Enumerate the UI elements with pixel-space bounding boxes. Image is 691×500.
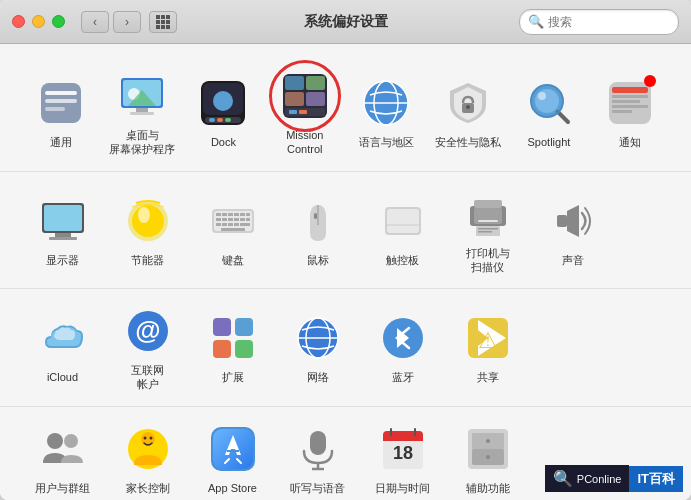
datetime-label: 日期与时间 (375, 481, 430, 495)
desktop-icon-wrapper (114, 68, 170, 124)
svg-rect-2 (166, 15, 170, 19)
network-label: 网络 (307, 370, 329, 384)
titlebar: ‹ › 系统偏好设置 🔍 ✕ (0, 0, 691, 44)
row-internet: iCloud @ 互联网 帐户 (0, 289, 691, 407)
svg-rect-1 (161, 15, 165, 19)
row-system: 通用 桌面与 屏幕保护程序 (0, 54, 691, 172)
svg-rect-97 (235, 340, 253, 358)
svg-rect-11 (45, 99, 77, 103)
sidebar-item-printers[interactable]: 打印机与 扫描仪 (445, 182, 530, 279)
sidebar-item-keyboard[interactable]: 键盘 (190, 189, 275, 271)
svg-point-110 (143, 436, 146, 439)
trackpad-label: 触控板 (386, 253, 419, 267)
sidebar-item-network[interactable]: 网络 (275, 306, 360, 388)
svg-rect-70 (240, 218, 245, 221)
sidebar-item-mouse[interactable]: 鼠标 (275, 189, 360, 271)
sidebar-item-language[interactable]: 语言与地区 (346, 71, 427, 153)
svg-rect-88 (478, 228, 498, 230)
sidebar-item-trackpad[interactable]: 触控板 (360, 189, 445, 271)
svg-rect-23 (209, 118, 215, 122)
svg-rect-18 (130, 112, 154, 115)
svg-rect-95 (235, 318, 253, 336)
spotlight-icon-wrapper (521, 75, 577, 131)
icloud-icon-wrapper (35, 310, 91, 366)
svg-rect-77 (221, 228, 245, 231)
sidebar-item-users[interactable]: 用户与群组 (20, 417, 105, 499)
svg-rect-53 (55, 233, 71, 237)
sidebar-item-internet-accounts[interactable]: @ 互联网 帐户 (105, 299, 190, 396)
notification-badge (644, 75, 656, 87)
sidebar-item-icloud[interactable]: iCloud (20, 306, 105, 388)
sidebar-item-parental[interactable]: 家长控制 (105, 417, 190, 499)
minimize-button[interactable] (32, 15, 45, 28)
internet-label: 互联网 帐户 (131, 363, 164, 392)
maximize-button[interactable] (52, 15, 65, 28)
language-icon-wrapper (358, 75, 414, 131)
accessibility-label: 辅助功能 (466, 481, 510, 495)
sidebar-item-security[interactable]: 安全性与隐私 (427, 71, 508, 153)
printers-icon (464, 190, 512, 238)
security-icon (444, 79, 492, 127)
sidebar-item-general[interactable]: 通用 (20, 71, 101, 153)
svg-rect-8 (166, 25, 170, 29)
forward-button[interactable]: › (113, 11, 141, 33)
svg-rect-71 (246, 218, 250, 221)
svg-rect-75 (234, 223, 239, 226)
sidebar-item-sharing[interactable]: ⚠ 共享 (445, 306, 530, 388)
dictation-icon (294, 425, 342, 473)
dictation-label: 听写与语音 (290, 481, 345, 495)
sidebar-item-mission-control[interactable]: Mission Control (264, 64, 345, 161)
traffic-lights (12, 15, 65, 28)
svg-rect-65 (246, 213, 250, 216)
extensions-icon-wrapper (205, 310, 261, 366)
svg-rect-68 (228, 218, 233, 221)
svg-rect-48 (612, 100, 640, 103)
search-input[interactable] (548, 15, 691, 29)
svg-rect-5 (166, 20, 170, 24)
sidebar-item-displays[interactable]: 显示器 (20, 189, 105, 271)
energy-icon (124, 197, 172, 245)
bluetooth-icon-wrapper (375, 310, 431, 366)
svg-rect-25 (225, 118, 231, 122)
svg-rect-122 (383, 437, 423, 441)
sidebar-item-energy[interactable]: 节能器 (105, 189, 190, 271)
sidebar-item-sound[interactable]: 声音 (530, 189, 615, 271)
parental-icon-wrapper (120, 421, 176, 477)
svg-rect-74 (228, 223, 233, 226)
svg-rect-3 (156, 20, 160, 24)
watermark-it: IT百科 (629, 466, 683, 492)
general-icon (37, 79, 85, 127)
watermark-text: PConline (577, 473, 622, 485)
sidebar-item-spotlight[interactable]: Spotlight (508, 71, 589, 153)
sidebar-item-extensions[interactable]: 扩展 (190, 306, 275, 388)
sidebar-item-accessibility[interactable]: 辅助功能 (445, 417, 530, 499)
search-box[interactable]: 🔍 ✕ (519, 9, 679, 35)
svg-rect-96 (213, 340, 231, 358)
svg-rect-52 (44, 205, 82, 231)
nav-buttons: ‹ › (81, 11, 141, 33)
internet-icon: @ (124, 307, 172, 355)
grid-button[interactable] (149, 11, 177, 33)
svg-point-39 (466, 105, 470, 109)
extensions-icon (209, 314, 257, 362)
users-icon-wrapper (35, 421, 91, 477)
internet-icon-wrapper: @ (120, 303, 176, 359)
watermark-search-icon: 🔍 (553, 469, 573, 488)
close-button[interactable] (12, 15, 25, 28)
sidebar-item-datetime[interactable]: 18 日期与时间 (360, 417, 445, 499)
users-label: 用户与群组 (35, 481, 90, 495)
sidebar-item-dictation[interactable]: 听写与语音 (275, 417, 360, 499)
sidebar-item-dock[interactable]: Dock (183, 71, 264, 153)
svg-rect-89 (478, 231, 492, 233)
displays-icon-wrapper (35, 193, 91, 249)
sidebar-item-desktop[interactable]: 桌面与 屏幕保护程序 (101, 64, 182, 161)
sidebar-item-notifications[interactable]: 通知 (590, 71, 671, 153)
sidebar-item-appstore[interactable]: App Store (190, 417, 275, 499)
svg-rect-117 (310, 431, 326, 455)
sidebar-item-bluetooth[interactable]: 蓝牙 (360, 306, 445, 388)
dock-icon (199, 79, 247, 127)
svg-text:@: @ (135, 315, 160, 345)
back-button[interactable]: ‹ (81, 11, 109, 33)
svg-point-21 (213, 91, 233, 111)
keyboard-icon-wrapper (205, 193, 261, 249)
